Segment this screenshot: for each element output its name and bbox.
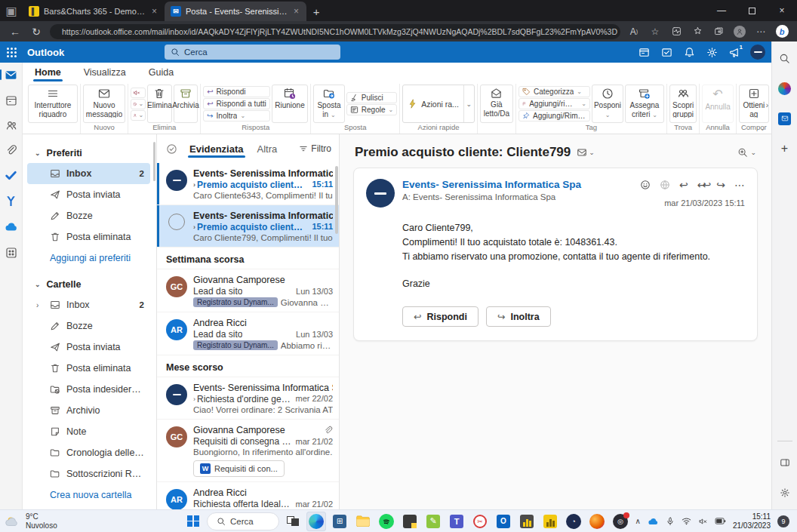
greenshot-app-icon[interactable]: ✎: [423, 512, 443, 531]
tab-search-icon[interactable]: ▣: [0, 0, 23, 21]
obs-app-icon[interactable]: ◎: [611, 512, 630, 531]
left-pane-toggle-button[interactable]: Interruttore riquadro sinistro: [28, 85, 78, 123]
folders-header[interactable]: ⌄ Cartelle: [27, 275, 156, 294]
reply-button[interactable]: ↩Rispondi: [203, 86, 270, 97]
new-tab-button[interactable]: +: [306, 2, 326, 21]
sidebar-search-icon[interactable]: [776, 49, 794, 67]
power-bi-app-icon[interactable]: [517, 512, 537, 531]
favorites-bar-icon[interactable]: [690, 26, 705, 36]
back-button[interactable]: ←: [8, 26, 23, 38]
sidebar-item-archive[interactable]: Archivio: [27, 400, 150, 421]
sidebar-toggle-icon[interactable]: [776, 454, 794, 472]
browser-menu-icon[interactable]: ⋯: [753, 26, 768, 37]
sender-avatar[interactable]: [166, 170, 187, 191]
message-row[interactable]: GC Giovanna Camporese Requisiti di conse…: [157, 420, 339, 482]
message-row[interactable]: AR Andrea Ricci Richiesta offerta Ideal …: [157, 482, 339, 509]
message-row[interactable]: AR Andrea Ricci Lead da sito Lun 13/03 R…: [157, 312, 339, 355]
sidebar-m365-icon[interactable]: [776, 79, 794, 97]
sender-avatar[interactable]: AR: [166, 489, 187, 509]
read-aloud-icon[interactable]: A): [626, 26, 642, 37]
rail-viva-engage-icon[interactable]: [0, 195, 23, 208]
quick-actions-expand-icon[interactable]: ⌄: [463, 85, 474, 122]
pin-button[interactable]: Aggiungi/Rimuovi: [519, 110, 590, 121]
microphone-tray-icon[interactable]: [666, 517, 675, 526]
my-day-icon[interactable]: [634, 43, 654, 61]
sidebar-item-conversation-history[interactable]: Cronologia delle c...: [27, 442, 150, 463]
app-launcher-icon[interactable]: [0, 42, 23, 63]
assign-policy-button[interactable]: Assegna criteri ⌄: [625, 85, 664, 123]
delete-button[interactable]: Elimina: [147, 85, 172, 123]
rail-todo-icon[interactable]: [0, 169, 23, 182]
more-actions-icon[interactable]: ⋯: [734, 179, 745, 191]
edge-app-icon[interactable]: [306, 512, 326, 531]
dax-studio-app-icon[interactable]: ◔: [564, 512, 583, 531]
expand-conversation-icon[interactable]: ›: [193, 395, 195, 403]
translate-icon[interactable]: [660, 180, 670, 190]
browser-essentials-icon[interactable]: [669, 26, 684, 36]
firefox-app-icon[interactable]: [587, 512, 607, 531]
message-sender[interactable]: Events- Serenissima Informatica Spa: [402, 179, 581, 190]
message-list-scrollbar[interactable]: [335, 166, 338, 234]
rail-people-icon[interactable]: [0, 119, 23, 131]
sidebar-item-sent-favorite[interactable]: Posta inviata: [27, 184, 150, 205]
undo-button[interactable]: ↶ Annulla: [702, 85, 733, 123]
bing-chat-icon[interactable]: b: [774, 25, 789, 38]
tab-focused[interactable]: Evidenziata: [188, 139, 245, 159]
forward-icon[interactable]: ↪: [716, 179, 725, 191]
favorites-star-icon[interactable]: ☆: [648, 26, 663, 37]
collections-icon[interactable]: [711, 26, 726, 36]
move-to-button[interactable]: Sposta in ⌄: [313, 85, 345, 123]
tab-close-icon[interactable]: ×: [150, 6, 158, 17]
file-explorer-icon[interactable]: [353, 512, 373, 531]
sidebar-settings-icon[interactable]: [776, 484, 794, 502]
teams-app-icon[interactable]: T: [447, 512, 466, 531]
quick-actions-gallery[interactable]: Azioni ra... ⌄: [402, 85, 475, 123]
rules-button[interactable]: Regole⌄: [346, 104, 397, 115]
tray-expand-icon[interactable]: ∧: [635, 517, 641, 525]
tab-view[interactable]: Visualizza: [82, 64, 128, 81]
folder-pane-scrollbar[interactable]: [153, 142, 155, 181]
reply-icon[interactable]: ↩: [679, 179, 688, 191]
new-message-button[interactable]: Nuovo messaggio ⌄: [83, 85, 125, 123]
forward-button[interactable]: ↪Inoltra⌄: [203, 110, 270, 121]
task-view-button[interactable]: [283, 512, 303, 531]
sidebar-item-drafts[interactable]: Bozze: [27, 315, 150, 337]
discover-groups-button[interactable]: Scopri gruppi: [669, 85, 697, 123]
account-avatar[interactable]: [750, 45, 765, 60]
rail-attachments-icon[interactable]: [0, 144, 23, 156]
flag-button[interactable]: Aggiungi/rimuovi contrassegno⌄: [519, 98, 590, 109]
address-bar[interactable]: https://outlook.office.com/mail/inbox/id…: [50, 24, 620, 39]
sweep-button[interactable]: Pulisci: [346, 92, 397, 103]
sender-avatar[interactable]: AR: [166, 319, 187, 340]
expand-conversation-icon[interactable]: ›: [193, 181, 195, 189]
sidebar-add-icon[interactable]: +: [776, 140, 794, 158]
message-row[interactable]: GC Giovanna Camporese Lead da sito Lun 1…: [157, 269, 339, 312]
block-button[interactable]: ⌄: [131, 99, 146, 109]
sidebar-item-drafts-favorite[interactable]: Bozze: [27, 205, 150, 226]
sender-avatar[interactable]: GC: [166, 276, 187, 297]
rail-more-apps-icon[interactable]: [0, 247, 23, 259]
reply-all-icon[interactable]: ↩↩: [697, 179, 707, 191]
calculator-app-icon[interactable]: ⊞: [330, 512, 349, 531]
browser-tab-powerbi[interactable]: ▌ Bars&Charts 365 - Demo rev02 ×: [23, 2, 165, 21]
favorites-header[interactable]: ⌄ Preferiti: [27, 143, 156, 163]
sidebar-item-sent[interactable]: Posta inviata: [27, 337, 150, 358]
zoom-control[interactable]: ⌄: [737, 147, 756, 158]
onedrive-tray-icon[interactable]: [648, 517, 659, 525]
power-bi-file-icon[interactable]: [540, 512, 560, 531]
taskbar-search[interactable]: Cerca: [207, 512, 279, 530]
notification-count-badge[interactable]: 9: [777, 515, 789, 527]
tab-close-icon[interactable]: ×: [292, 6, 300, 17]
categorize-button[interactable]: Categorizza⌄: [519, 86, 590, 97]
search-input[interactable]: Cerca: [165, 45, 340, 60]
select-all-icon[interactable]: [166, 143, 177, 155]
sidebar-item-inbox-favorite[interactable]: Inbox 2: [27, 163, 150, 184]
ribbon-collapse-icon[interactable]: ⌄: [759, 125, 765, 132]
sidebar-item-junk[interactable]: Posta indesiderata: [27, 379, 150, 400]
battery-tray-icon[interactable]: [715, 517, 726, 525]
notifications-bell-icon[interactable]: [679, 43, 699, 61]
tab-home[interactable]: Home: [33, 64, 63, 81]
rail-onedrive-icon[interactable]: [0, 220, 23, 234]
whats-new-icon[interactable]: 1: [725, 43, 744, 61]
message-row[interactable]: Events- Serenissima Informatica Spa ›Ric…: [157, 377, 339, 420]
